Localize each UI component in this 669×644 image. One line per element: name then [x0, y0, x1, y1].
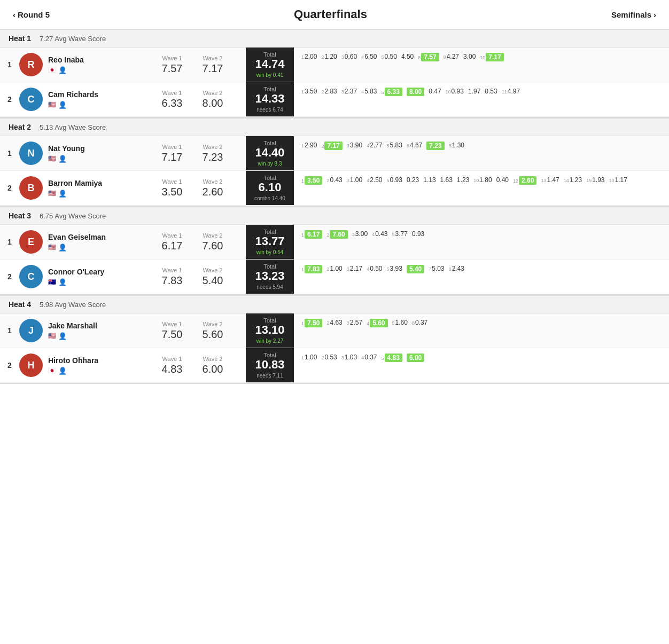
wave-detail-value: 2.50: [370, 176, 382, 184]
wave-superscript: 13: [541, 178, 546, 183]
wave-detail-value: 1.03: [345, 354, 357, 361]
wave-detail-value: 1.93: [592, 176, 604, 184]
detail-item: 27.17: [321, 142, 342, 150]
wave-detail-value: 7.60: [330, 230, 347, 239]
surfer-row: 1 R Reo Inaba 🇯🇵 👤 Wave 1 Wave 2 7.57 7.…: [0, 48, 669, 82]
surfer-name-block: Jake Marshall 🇺🇸 👤: [48, 321, 97, 340]
wave-scores-column: Wave 1 Wave 2 7.57 7.17: [150, 48, 246, 82]
detail-item: 3.00: [463, 53, 476, 61]
wave-superscript: 10: [446, 90, 451, 95]
surfer-name-block: Reo Inaba 🇯🇵 👤: [48, 56, 84, 74]
detail-item: 17.83: [301, 265, 322, 273]
flag-icon: 🇯🇵: [48, 367, 56, 374]
wave-detail-value: 0.40: [496, 176, 509, 184]
wave-superscript: 4: [372, 232, 375, 237]
detail-item: 46.50: [361, 53, 377, 61]
wave-superscript: 15: [586, 178, 592, 183]
wave-superscript: 2: [326, 321, 329, 326]
wave-detail-value: 1.30: [452, 142, 464, 149]
wave-superscript: 14: [564, 178, 569, 183]
heat-header-4: Heat 4 5.98 Avg Wave Score: [0, 295, 669, 313]
detail-item: 32.37: [341, 88, 357, 96]
wave-superscript: 5: [387, 144, 390, 148]
nav-bar: ‹ Round 5 Quarterfinals Semifinals ›: [0, 0, 669, 29]
wave-superscript: 11: [502, 90, 507, 95]
detail-item: 122.60: [513, 176, 536, 185]
wave-superscript: 1: [301, 144, 304, 148]
detail-item: 24.63: [326, 319, 342, 327]
detail-item: 33.00: [352, 230, 368, 239]
surfer-info: 1 R Reo Inaba 🇯🇵 👤: [0, 48, 150, 82]
rank: 2: [7, 184, 14, 192]
detail-item: 45.60: [367, 319, 387, 327]
wave-labels: Wave 1 Wave 2: [156, 321, 239, 327]
surfer-flags: 🇯🇵 👤: [48, 367, 98, 375]
nav-next[interactable]: Semifinals ›: [611, 10, 656, 19]
detail-item: 17.50: [301, 319, 322, 327]
wave-detail-value: 1.13: [423, 176, 435, 184]
detail-item: 40.37: [361, 354, 377, 362]
detail-item: 7.23: [426, 142, 444, 150]
wave-superscript: 4: [361, 90, 364, 95]
wave-detail-value: 1.47: [547, 176, 559, 184]
detail-item: 0.93: [412, 230, 424, 239]
wave1-label: Wave 1: [156, 55, 188, 61]
wave-labels: Wave 1 Wave 2: [156, 144, 239, 150]
avatar: C: [19, 265, 43, 288]
total-box: Total 14.33 needs 6.74: [246, 82, 294, 116]
wave-detail-value: 2.00: [305, 53, 317, 60]
wave-detail-value: 6.17: [305, 230, 322, 239]
wave-labels: Wave 1 Wave 2: [156, 178, 239, 185]
chevron-left-icon: ‹: [13, 10, 15, 19]
detail-grid: 17.5024.6332.5745.6051.6080.37: [294, 313, 669, 348]
total-sub: win by 0.54: [256, 249, 284, 255]
heat-avg: 5.98 Avg Wave Score: [40, 301, 106, 309]
heat-1: Heat 1 7.27 Avg Wave Score 1 R Reo Inaba…: [0, 29, 669, 118]
wave-detail-value: 0.93: [390, 176, 402, 184]
surfer-name: Jake Marshall: [48, 321, 97, 330]
wave-superscript: 1: [301, 179, 304, 184]
wave-detail-value: 5.60: [370, 319, 387, 327]
flag-icon: 🇺🇸: [48, 190, 56, 197]
rank: 1: [7, 326, 14, 335]
wave-superscript: 8: [412, 321, 415, 326]
wave-detail-value: 7.57: [421, 53, 439, 61]
wave-detail-value: 2.60: [519, 176, 536, 185]
detail-item: 75.03: [429, 265, 444, 273]
person-icon: 👤: [58, 244, 67, 252]
wave-superscript: 4: [367, 144, 369, 148]
heat-3: Heat 3 6.75 Avg Wave Score 1 E Evan Geis…: [0, 207, 669, 295]
avatar: B: [19, 176, 43, 200]
heat-4: Heat 4 5.98 Avg Wave Score 1 J Jake Mars…: [0, 295, 669, 384]
wave-superscript: 4: [367, 267, 369, 272]
wave-detail-value: 3.50: [305, 88, 317, 95]
surfer-name: Reo Inaba: [48, 56, 84, 64]
wave2-label: Wave 2: [197, 232, 229, 239]
person-icon: 👤: [58, 101, 67, 109]
total-value: 13.23: [255, 270, 284, 282]
wave2-label: Wave 2: [197, 144, 229, 150]
wave-detail-value: 8.00: [407, 88, 424, 96]
surfer-row: 1 E Evan Geiselman 🇺🇸 👤 Wave 1 Wave 2 6.…: [0, 225, 669, 260]
wave-detail-value: 1.17: [615, 176, 627, 184]
rank: 1: [7, 60, 14, 69]
wave-detail-value: 4.67: [410, 142, 422, 149]
wave-superscript: 8: [418, 56, 421, 60]
wave-superscript: 2: [326, 178, 329, 183]
wave-detail-value: 1.00: [330, 265, 342, 272]
wave-superscript: 12: [513, 179, 518, 184]
detail-item: 8.00: [407, 88, 424, 96]
nav-prev[interactable]: ‹ Round 5: [13, 10, 50, 19]
detail-item: 30.60: [341, 53, 357, 61]
surfer-flags: 🇯🇵 👤: [48, 66, 84, 74]
heat-label: Heat 4: [9, 300, 31, 309]
flag-icon: 🇺🇸: [48, 244, 56, 251]
wave-values: 7.50 5.60: [156, 328, 239, 341]
total-sub: win by 2.27: [256, 338, 284, 344]
flag-icon: 🇺🇸: [48, 101, 56, 108]
detail-item: 87.57: [418, 53, 439, 61]
wave-scores-column: Wave 1 Wave 2 6.17 7.60: [150, 225, 246, 259]
wave-detail-value: 7.17: [486, 53, 503, 61]
wave-superscript: 1: [301, 356, 304, 360]
flag-icon: 🇯🇵: [48, 66, 56, 74]
